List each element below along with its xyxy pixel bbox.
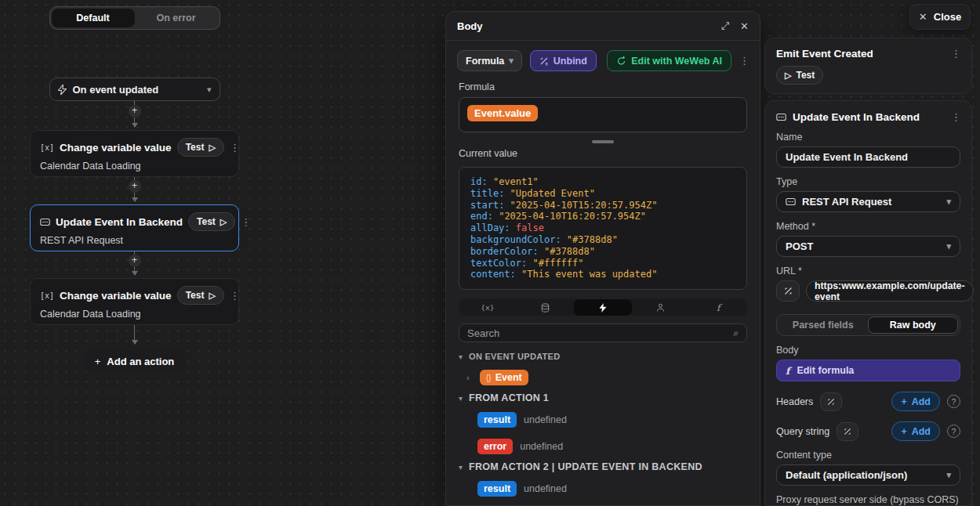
add-query-button[interactable]: +Add <box>891 421 940 441</box>
url-field[interactable]: https:www.example.com/update-event <box>806 280 974 302</box>
headers-row: Headers +Add ? <box>776 392 960 411</box>
unbind-button[interactable]: Unbind <box>530 50 597 71</box>
node-subtitle: REST API Request <box>40 235 229 246</box>
database-icon <box>541 303 550 313</box>
section-on-event-updated[interactable]: ▾ ON EVENT UPDATED <box>459 352 747 361</box>
tab-events[interactable] <box>574 299 632 316</box>
formula-editor-panel: Body ⤢ ✕ Formula▾ Unbind Edit with WeWeb… <box>445 11 760 506</box>
tab-default[interactable]: Default <box>52 9 135 27</box>
current-value-code: id: "event1" title: "Updated Event" star… <box>459 167 747 290</box>
close-button[interactable]: ✕ Close <box>909 4 971 30</box>
test-button[interactable]: ▷Test <box>776 66 823 85</box>
plus-icon: + <box>901 396 906 407</box>
chevron-right-icon[interactable]: › <box>466 373 473 382</box>
formula-token[interactable]: Event.value <box>467 105 538 121</box>
workflow-canvas: Default On error On event updated ▾ + [x… <box>30 6 239 372</box>
api-icon <box>40 218 50 226</box>
close-icon[interactable]: ✕ <box>740 20 749 32</box>
content-type-label: Content type <box>776 450 960 461</box>
connector: + <box>129 101 141 130</box>
tab-collections[interactable] <box>517 299 575 316</box>
panel-title: Update Event In Backend <box>793 111 945 123</box>
bind-button[interactable] <box>820 392 842 411</box>
bind-button[interactable] <box>776 280 800 302</box>
emit-event-card[interactable]: Emit Event Created ⋮ ▷Test <box>764 38 972 94</box>
more-options-icon[interactable]: ⋮ <box>951 111 960 123</box>
tree-item-result[interactable]: result undefined <box>459 477 747 504</box>
connector: + <box>129 177 141 204</box>
action-node-change-variable-2[interactable]: [x] Change variable value Test▷ ⋮ Calend… <box>30 278 239 325</box>
search-field[interactable]: ⌕ <box>459 323 747 342</box>
tree-item-result[interactable]: result undefined <box>459 408 747 435</box>
help-icon[interactable]: ? <box>947 395 960 408</box>
add-step-button[interactable]: + <box>129 105 141 117</box>
section-from-action-2[interactable]: ▾ FROM ACTION 2 | UPDATE EVENT IN BACKEN… <box>459 461 747 472</box>
help-icon[interactable]: ? <box>947 425 960 438</box>
tab-user[interactable] <box>632 299 690 316</box>
trigger-label: On event updated <box>73 84 201 96</box>
bind-button[interactable] <box>837 422 858 441</box>
tab-parsed-fields[interactable]: Parsed fields <box>779 316 868 334</box>
action-node-change-variable-1[interactable]: [x] Change variable value Test▷ ⋮ Calend… <box>30 130 239 177</box>
tab-variables[interactable]: {x} <box>459 299 517 316</box>
add-step-button[interactable]: + <box>129 255 141 267</box>
lightning-icon <box>58 85 67 95</box>
query-string-label: Query string <box>776 426 829 437</box>
ai-sparkle-icon <box>616 56 626 66</box>
formula-mode-dropdown[interactable]: Formula▾ <box>457 50 522 71</box>
add-action-button[interactable]: + Add an action <box>84 350 186 372</box>
edit-formula-button[interactable]: f Edit formula <box>776 360 960 381</box>
formula-input[interactable]: Event.value <box>459 97 747 132</box>
content-type-select[interactable]: Default (application/json) ▾ <box>776 464 960 486</box>
panel-title: Body <box>457 20 710 32</box>
query-string-row: Query string +Add ? <box>776 421 960 441</box>
url-label: URL * <box>776 266 960 276</box>
edit-with-ai-button[interactable]: Edit with WeWeb AI <box>607 50 731 71</box>
chevron-down-icon: ▾ <box>459 394 463 403</box>
tab-raw-body[interactable]: Raw body <box>868 316 959 334</box>
trigger-node[interactable]: On event updated ▾ <box>49 78 220 101</box>
tree-item-error[interactable]: error undefined <box>459 435 747 461</box>
test-button[interactable]: Test▷ <box>177 286 224 305</box>
connector: + <box>129 251 141 278</box>
variable-icon: [x] <box>40 291 54 300</box>
current-value-label: Current value <box>446 143 760 164</box>
tab-on-error[interactable]: On error <box>135 9 218 27</box>
more-options-icon[interactable]: ⋮ <box>951 48 960 60</box>
bind-icon <box>844 428 851 436</box>
add-step-button[interactable]: + <box>129 180 141 193</box>
headers-label: Headers <box>776 396 813 407</box>
test-button[interactable]: Test▷ <box>188 212 235 231</box>
more-options-icon[interactable]: ⋮ <box>230 142 239 154</box>
search-input[interactable] <box>467 327 733 339</box>
arrow-down-icon <box>132 271 138 276</box>
branch-tabs: Default On error <box>49 6 220 30</box>
action-node-update-event[interactable]: Update Event In Backend Test▷ ⋮ REST API… <box>30 204 239 251</box>
expand-icon[interactable]: ⤢ <box>721 20 729 32</box>
section-from-action-1[interactable]: ▾ FROM ACTION 1 <box>459 392 747 403</box>
add-header-button[interactable]: +Add <box>891 392 940 411</box>
chevron-down-icon: ▾ <box>946 242 951 251</box>
tab-formulas[interactable]: f <box>689 299 747 316</box>
bind-icon <box>784 287 793 295</box>
tree-item-event[interactable]: › {}Event <box>459 366 747 392</box>
function-icon: f <box>786 365 789 377</box>
name-field[interactable] <box>776 146 960 168</box>
type-label: Type <box>776 176 960 187</box>
more-options-icon[interactable]: ⋮ <box>241 216 250 228</box>
more-options-icon[interactable]: ⋮ <box>739 55 749 67</box>
node-title: Change variable value <box>60 290 172 302</box>
more-options-icon[interactable]: ⋮ <box>230 290 239 302</box>
function-icon: f <box>717 302 720 313</box>
name-input[interactable] <box>786 151 951 163</box>
method-select[interactable]: POST ▾ <box>776 236 960 257</box>
type-select[interactable]: REST API Request ▾ <box>776 191 960 212</box>
formula-label: Formula <box>446 71 760 97</box>
chevron-down-icon[interactable]: ▾ <box>207 85 212 94</box>
body-label: Body <box>776 345 960 356</box>
card-title: Emit Event Created <box>776 48 951 60</box>
method-label: Method * <box>776 221 960 232</box>
test-button[interactable]: Test▷ <box>177 138 224 157</box>
arrow-down-icon <box>132 340 138 345</box>
bind-icon <box>827 398 835 406</box>
